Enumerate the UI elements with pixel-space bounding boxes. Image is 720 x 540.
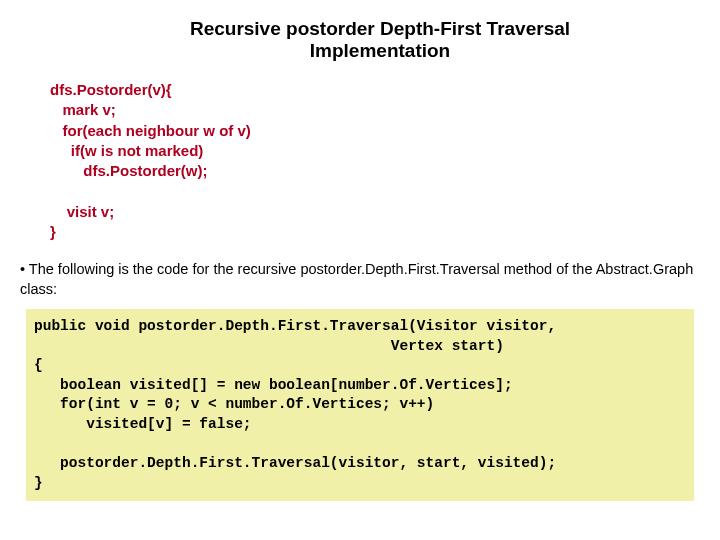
java-code-block: public void postorder.Depth.First.Traver…: [26, 309, 694, 501]
description-text: • The following is the code for the recu…: [20, 260, 700, 299]
slide: Recursive postorder Depth-First Traversa…: [0, 0, 720, 521]
pseudocode-block: dfs.Postorder(v){ mark v; for(each neigh…: [50, 80, 700, 242]
slide-title: Recursive postorder Depth-First Traversa…: [130, 18, 630, 62]
